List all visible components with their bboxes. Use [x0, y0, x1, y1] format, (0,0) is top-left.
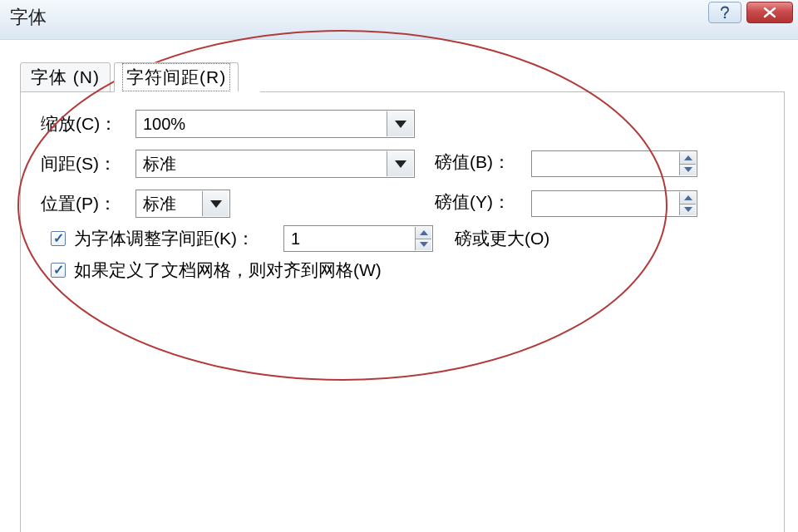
kerning-tail-label: 磅或更大(O): [455, 227, 549, 250]
chevron-down-icon: [210, 200, 222, 208]
position-dropdown-button[interactable]: [202, 191, 229, 216]
svg-point-0: [724, 17, 727, 19]
position-label: 位置(P)：: [41, 192, 135, 215]
spin-up-button[interactable]: [679, 192, 696, 204]
spacing-pt-label: 磅值(B)：: [435, 150, 510, 174]
check-icon: ✓: [53, 232, 64, 245]
chevron-up-icon: [420, 230, 428, 235]
title-bar: 字体: [0, 0, 798, 40]
snapgrid-label: 如果定义了文档网格，则对齐到网格(W): [74, 259, 382, 282]
close-icon: [761, 7, 778, 18]
scale-label: 缩放(C)：: [41, 112, 135, 135]
chevron-up-icon: [684, 155, 692, 160]
kerning-label: 为字体调整字间距(K)：: [74, 227, 254, 250]
position-combo[interactable]: 标准: [135, 190, 230, 218]
spin-up-button[interactable]: [679, 152, 696, 164]
scale-dropdown-button[interactable]: [387, 111, 413, 136]
window-buttons: [708, 2, 793, 23]
position-pt-label: 磅值(Y)：: [435, 190, 510, 214]
scale-combo[interactable]: 100%: [135, 110, 415, 138]
help-icon: [717, 5, 732, 20]
spacing-value: 标准: [143, 153, 176, 175]
client-area: 字体 (N) 字符间距(R) 缩放(C)： 100% 间距(S)： 标准: [7, 40, 791, 525]
spacing-combo[interactable]: 标准: [135, 150, 415, 178]
help-button[interactable]: [708, 2, 741, 23]
kerning-value: 1: [291, 229, 300, 249]
chevron-down-icon: [684, 167, 692, 172]
spin-down-button[interactable]: [679, 204, 696, 216]
spin-down-button[interactable]: [415, 239, 431, 251]
close-button[interactable]: [746, 2, 793, 23]
tab-font[interactable]: 字体 (N): [20, 62, 111, 92]
scale-value: 100%: [143, 115, 185, 134]
tab-panel: 缩放(C)： 100% 间距(S)： 标准 磅值(B)：: [20, 91, 785, 532]
chevron-down-icon: [684, 207, 692, 212]
chevron-down-icon: [395, 160, 406, 168]
spacing-pt-spinner[interactable]: [531, 150, 697, 177]
snapgrid-checkbox[interactable]: ✓: [51, 263, 66, 278]
chevron-down-icon: [420, 242, 428, 247]
tab-strip: 字体 (N) 字符间距(R): [20, 62, 239, 92]
tab-font-label: 字体 (N): [31, 66, 100, 89]
window-title: 字体: [10, 5, 47, 30]
tab-char-spacing-label: 字符间距(R): [125, 66, 228, 89]
spacing-dropdown-button[interactable]: [387, 151, 413, 176]
position-pt-spinner[interactable]: [531, 190, 697, 217]
chevron-up-icon: [684, 195, 692, 200]
spacing-label: 间距(S)：: [41, 152, 135, 175]
chevron-down-icon: [395, 121, 406, 128]
kerning-checkbox[interactable]: ✓: [51, 231, 66, 246]
spin-down-button[interactable]: [679, 164, 696, 176]
spin-up-button[interactable]: [415, 227, 431, 239]
check-icon: ✓: [53, 264, 64, 277]
kerning-spinner[interactable]: 1: [283, 225, 433, 252]
position-value: 标准: [143, 193, 176, 215]
tab-char-spacing[interactable]: 字符间距(R): [114, 62, 239, 92]
